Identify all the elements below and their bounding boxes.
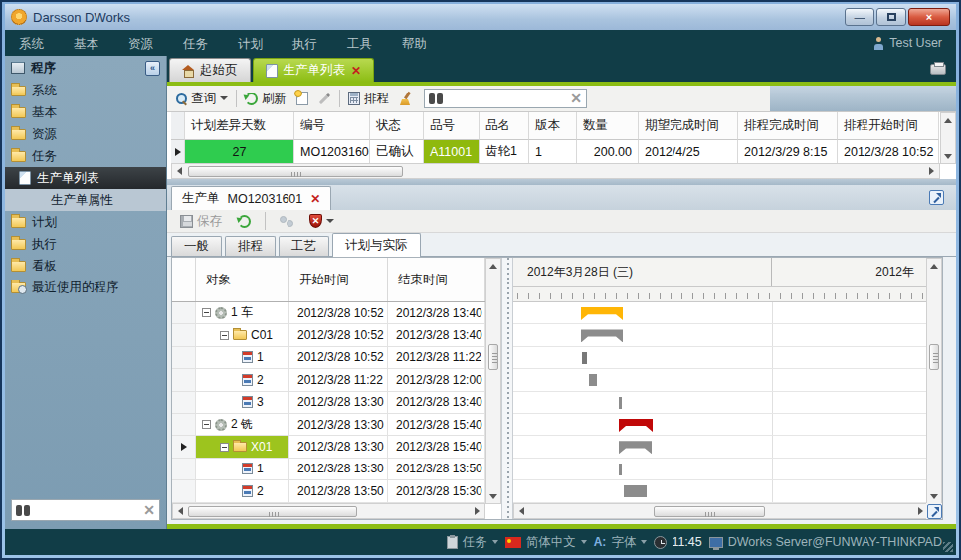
tree-row-2[interactable]: 22012/3/28 13:502012/3/28 15:30 [172, 480, 485, 502]
hierarchy-button[interactable] [275, 210, 298, 232]
tree-object-cell[interactable]: 1 车 [196, 302, 289, 323]
clear-search-icon[interactable]: ✕ [570, 92, 582, 105]
tab-一般[interactable]: 一般 [171, 236, 222, 256]
tree-row-1[interactable]: 12012/3/28 13:302012/3/28 13:50 [172, 459, 485, 480]
printer-icon[interactable] [930, 64, 946, 75]
gantt-task-bar[interactable] [624, 485, 647, 497]
tree-hscrollbar[interactable] [172, 503, 485, 519]
tree-row-1 车[interactable]: 1 车2012/3/28 10:522012/3/28 13:40 [172, 302, 485, 324]
orders-vscrollbar[interactable] [940, 112, 956, 164]
save-button[interactable]: 保存 [175, 210, 227, 232]
tree-vscrollbar[interactable] [485, 258, 501, 504]
menu-item-工具[interactable]: 工具 [347, 37, 372, 51]
tree-row-2 铣[interactable]: 2 铣2012/3/28 13:302012/3/28 15:40 [172, 414, 485, 436]
schedule-button[interactable]: 排程 [343, 88, 394, 109]
scroll-up-icon[interactable] [927, 259, 941, 273]
status-item-font[interactable]: A:字体 [594, 534, 648, 551]
menu-item-任务[interactable]: 任务 [183, 37, 208, 51]
gantt-task-bar[interactable] [589, 374, 597, 386]
scroll-up-icon[interactable] [941, 113, 955, 127]
menu-item-执行[interactable]: 执行 [292, 37, 317, 51]
sidebar-item-计划[interactable]: 计划 [5, 211, 166, 233]
tree-object-cell[interactable]: 3 [196, 392, 289, 413]
collapse-toggle-icon[interactable] [220, 443, 229, 452]
tab-起始页[interactable]: 起始页 [169, 58, 251, 82]
scroll-left-icon[interactable] [172, 164, 187, 178]
gantt-summary-bar[interactable] [581, 329, 623, 342]
resize-grip-icon[interactable] [943, 542, 953, 552]
tree-object-cell[interactable]: X01 [196, 436, 289, 457]
sidebar-item-生产单属性[interactable]: 生产单属性 [5, 189, 166, 211]
sidebar-search-input[interactable] [30, 503, 139, 517]
sidebar-item-生产单列表[interactable]: 生产单列表 [5, 167, 166, 189]
sidebar-item-最近使用的程序[interactable]: 最近使用的程序 [5, 277, 166, 298]
popout-icon[interactable] [927, 504, 942, 519]
pane-splitter[interactable] [501, 258, 513, 519]
tree-object-cell[interactable]: 2 [196, 480, 289, 501]
scrollbar-thumb[interactable] [654, 506, 765, 517]
sidebar-item-基本[interactable]: 基本 [5, 101, 166, 123]
query-button[interactable]: 查询 [171, 88, 233, 109]
scroll-down-icon[interactable] [486, 489, 500, 503]
sidebar-item-执行[interactable]: 执行 [5, 233, 166, 255]
scroll-right-icon[interactable] [924, 164, 939, 178]
gantt-task-bar[interactable] [619, 397, 622, 409]
scroll-down-icon[interactable] [927, 489, 941, 503]
status-item-flag[interactable]: 简体中文 [505, 534, 587, 551]
menu-item-资源[interactable]: 资源 [128, 37, 153, 51]
tab-生产单列表[interactable]: 生产单列表✕ [253, 58, 375, 82]
tree-object-cell[interactable]: 2 铣 [196, 414, 289, 435]
status-item-monitor[interactable]: DWorks Server@FUNWAY-THINKPAD [709, 535, 942, 549]
tree-row-3[interactable]: 32012/3/28 13:302012/3/28 13:40 [172, 392, 485, 414]
status-item-clipboard[interactable]: 任务 [447, 534, 498, 551]
minimize-button[interactable]: — [845, 8, 874, 26]
gantt-task-bar[interactable] [619, 464, 622, 475]
tree-object-cell[interactable]: 1 [196, 347, 289, 368]
close-icon[interactable]: ✕ [310, 192, 320, 206]
scroll-up-icon[interactable] [486, 259, 500, 273]
gantt-summary-bar[interactable] [581, 307, 623, 320]
gantt-summary-bar[interactable] [619, 419, 653, 432]
scrollbar-thumb[interactable] [188, 166, 403, 177]
collapse-toggle-icon[interactable] [202, 308, 211, 317]
menu-item-基本[interactable]: 基本 [74, 37, 98, 51]
scroll-left-icon[interactable] [173, 504, 188, 518]
sidebar-item-系统[interactable]: 系统 [5, 80, 166, 101]
scroll-right-icon[interactable] [470, 504, 484, 518]
toolbar-search-input[interactable] [443, 92, 566, 105]
sidebar-item-看板[interactable]: 看板 [5, 255, 166, 277]
scrollbar-thumb[interactable] [188, 506, 357, 517]
security-button[interactable]: ✕ [304, 210, 339, 232]
close-button[interactable]: × [908, 8, 950, 26]
new-button[interactable] [291, 88, 313, 109]
sidebar-item-任务[interactable]: 任务 [5, 145, 166, 167]
tree-row-1[interactable]: 12012/3/28 10:522012/3/28 11:22 [172, 347, 485, 369]
scroll-down-icon[interactable] [941, 149, 955, 163]
status-item-clock[interactable]: 11:45 [654, 535, 701, 549]
tree-object-cell[interactable]: 1 [196, 459, 289, 479]
close-icon[interactable]: ✕ [351, 64, 361, 78]
gantt-task-bar[interactable] [582, 352, 587, 364]
orders-table-row[interactable]: 27MO12031601已确认A11001齿轮11200.002012/4/25… [171, 140, 939, 164]
tree-object-cell[interactable]: C01 [196, 324, 289, 345]
collapse-toggle-icon[interactable] [202, 420, 211, 429]
tab-排程[interactable]: 排程 [225, 236, 276, 256]
tab-计划与实际[interactable]: 计划与实际 [332, 233, 421, 257]
sidebar-collapse-button[interactable]: « [145, 61, 160, 76]
scrollbar-thumb[interactable] [488, 344, 498, 370]
scrollbar-thumb[interactable] [929, 344, 939, 370]
tree-row-2[interactable]: 22012/3/28 11:222012/3/28 12:00 [172, 369, 485, 391]
clean-button[interactable] [394, 88, 418, 109]
tree-row-X01[interactable]: X012012/3/28 13:302012/3/28 15:40 [172, 436, 485, 458]
edit-button[interactable] [313, 88, 336, 109]
tree-row-C01[interactable]: C012012/3/28 10:522012/3/28 13:40 [172, 324, 485, 346]
gantt-vscrollbar[interactable] [926, 258, 942, 504]
menu-item-系统[interactable]: 系统 [19, 37, 44, 51]
refresh-detail-button[interactable] [233, 210, 256, 232]
maximize-button[interactable] [876, 8, 906, 26]
collapse-toggle-icon[interactable] [220, 331, 229, 340]
tab-工艺[interactable]: 工艺 [279, 236, 329, 256]
refresh-button[interactable]: 刷新 [240, 88, 291, 109]
scroll-left-icon[interactable] [514, 504, 529, 518]
menu-item-帮助[interactable]: 帮助 [402, 37, 427, 51]
